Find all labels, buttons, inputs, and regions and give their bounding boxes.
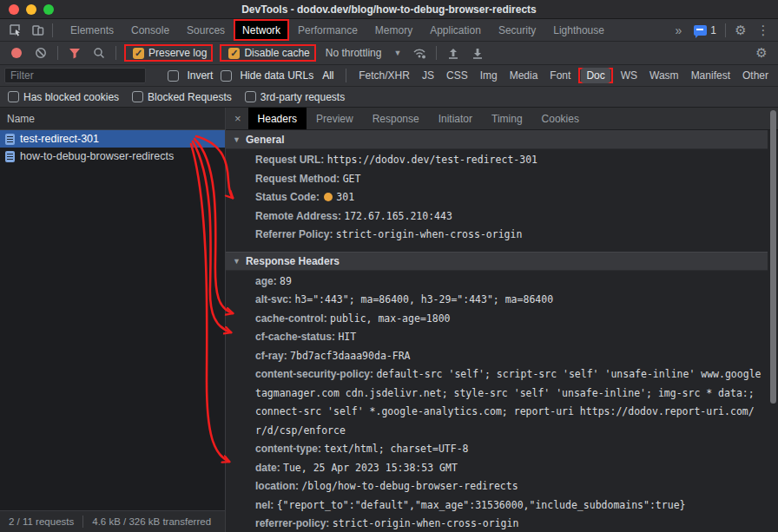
header-row: cf-ray: 7bd7acf3daaa90da-FRA [226, 347, 768, 366]
detail-tabs: × HeadersPreviewResponseInitiatorTimingC… [226, 108, 778, 130]
tab-sources[interactable]: Sources [178, 19, 234, 41]
detail-tabs-list: HeadersPreviewResponseInitiatorTimingCoo… [248, 108, 589, 129]
doc-chip-annotation: Doc [578, 68, 612, 83]
tab-application[interactable]: Application [421, 19, 490, 41]
detail-tab-cookies[interactable]: Cookies [532, 108, 589, 129]
request-list: test-redirect-301how-to-debug-browser-re… [0, 130, 225, 510]
detail-tab-timing[interactable]: Timing [482, 108, 532, 129]
tab-elements[interactable]: Elements [62, 19, 122, 41]
header-key: cf-cache-status: [255, 331, 335, 343]
scrollbar[interactable] [769, 108, 777, 531]
blocked-requests-checkbox[interactable] [132, 91, 143, 102]
filter-chip-all[interactable]: All [317, 68, 339, 83]
header-row: Remote Address: 172.67.165.210:443 [226, 207, 768, 227]
section-title: General [246, 134, 285, 146]
header-key: referrer-policy: [255, 517, 329, 529]
filter-chips: Fetch/XHRJSCSSImgMediaFontDocWSWasmManif… [353, 68, 774, 83]
scrollbar-thumb[interactable] [770, 110, 776, 404]
network-settings-gear-icon[interactable]: ⚙ [750, 43, 773, 63]
filter-input[interactable] [4, 68, 146, 83]
header-value: 172.67.165.210:443 [344, 210, 452, 222]
preserve-log-annotation: ✓ Preserve log [124, 44, 213, 62]
issues-icon [694, 25, 707, 36]
tab-performance[interactable]: Performance [289, 19, 366, 41]
inspect-element-icon[interactable] [3, 20, 26, 41]
device-toolbar-icon[interactable] [26, 20, 49, 41]
detail-tab-preview[interactable]: Preview [307, 108, 363, 129]
header-row: cache-control: public, max-age=1800 [226, 310, 768, 329]
divider [82, 516, 83, 528]
main-tabs: ElementsConsoleSourcesNetworkPerformance… [62, 19, 669, 41]
has-blocked-cookies-checkbox[interactable] [8, 91, 19, 102]
divider [52, 23, 53, 37]
tab-network[interactable]: Network [234, 19, 289, 41]
section-rows: age: 89alt-svc: h3=":443"; ma=86400, h3-… [226, 271, 768, 532]
network-options-bar: Has blocked cookies Blocked Requests 3rd… [0, 87, 778, 108]
header-row: Referrer Policy: strict-origin-when-cros… [226, 226, 768, 245]
header-key: Request Method: [255, 173, 340, 185]
document-icon [5, 151, 15, 162]
third-party-requests-checkbox[interactable] [245, 91, 256, 102]
issues-badge[interactable]: 1 [689, 23, 722, 38]
more-tabs-button[interactable]: » [669, 23, 689, 37]
tab-memory[interactable]: Memory [366, 19, 421, 41]
throttling-dropdown[interactable]: No throttling ▼ [320, 47, 407, 59]
network-conditions-icon[interactable] [408, 43, 431, 63]
clear-network-log-icon[interactable] [30, 43, 52, 63]
filter-chip-font[interactable]: Font [544, 68, 576, 83]
detail-tab-initiator[interactable]: Initiator [429, 108, 482, 129]
header-key: alt-svc: [255, 293, 292, 305]
filter-chip-wasm[interactable]: Wasm [644, 68, 684, 83]
tab-console[interactable]: Console [122, 19, 178, 41]
preserve-log-checkbox[interactable]: ✓ [133, 48, 144, 59]
filter-chip-manifest[interactable]: Manifest [686, 68, 735, 83]
zoom-window-button[interactable] [43, 4, 54, 15]
header-key: date: [255, 462, 280, 474]
minimize-window-button[interactable] [26, 4, 36, 15]
disable-cache-annotation: ✓ Disable cache [220, 44, 315, 62]
close-details-icon[interactable]: × [227, 112, 248, 125]
header-value: 301 [336, 191, 354, 203]
request-row[interactable]: how-to-debug-browser-redirects [0, 148, 225, 165]
disable-cache-checkbox[interactable]: ✓ [228, 48, 240, 59]
hide-data-urls-checkbox[interactable] [221, 70, 232, 82]
header-key: content-security-policy: [255, 368, 373, 380]
filter-funnel-icon[interactable] [63, 43, 86, 63]
filter-chip-ws[interactable]: WS [616, 68, 643, 83]
has-blocked-cookies-label: Has blocked cookies [23, 91, 119, 103]
export-har-icon[interactable] [466, 43, 489, 63]
header-key: Request URL: [255, 154, 324, 166]
tab-security[interactable]: Security [490, 19, 544, 41]
filter-chip-fetch-xhr[interactable]: Fetch/XHR [353, 68, 415, 83]
request-row[interactable]: test-redirect-301 [0, 130, 225, 148]
record-network-log-button[interactable] [11, 48, 22, 58]
issues-count: 1 [710, 24, 716, 36]
section-title: Response Headers [246, 255, 340, 267]
filter-chip-other[interactable]: Other [737, 68, 774, 83]
filter-chip-css[interactable]: CSS [441, 68, 473, 83]
filter-chip-doc[interactable]: Doc [581, 68, 610, 83]
header-value: text/html; charset=UTF-8 [324, 443, 468, 455]
invert-checkbox[interactable] [168, 70, 179, 82]
detail-tab-headers[interactable]: Headers [248, 108, 307, 129]
header-value: Tue, 25 Apr 2023 15:38:53 GMT [283, 462, 458, 474]
settings-gear-icon[interactable]: ⚙ [729, 20, 752, 41]
filter-chip-js[interactable]: JS [417, 68, 439, 83]
header-row: content-security-policy: default-src 'se… [226, 365, 768, 440]
section-header[interactable]: ▼General [226, 130, 768, 149]
search-icon[interactable] [88, 43, 110, 63]
request-name: test-redirect-301 [20, 133, 99, 145]
name-column-header[interactable]: Name [0, 108, 225, 130]
headers-content: ▼GeneralRequest URL: https://dodov.dev/t… [226, 130, 778, 532]
close-window-button[interactable] [9, 4, 19, 15]
header-row: alt-svc: h3=":443"; ma=86400, h3-29=":44… [226, 291, 768, 310]
section-header[interactable]: ▼Response Headers [226, 252, 768, 271]
header-key: cf-ray: [255, 350, 287, 362]
tab-lighthouse[interactable]: Lighthouse [544, 19, 613, 41]
more-options-icon[interactable]: ⋮ [752, 20, 775, 41]
filter-chip-media[interactable]: Media [504, 68, 544, 83]
header-row: age: 89 [226, 273, 768, 292]
import-har-icon[interactable] [442, 43, 465, 63]
filter-chip-img[interactable]: Img [475, 68, 503, 83]
detail-tab-response[interactable]: Response [363, 108, 429, 129]
